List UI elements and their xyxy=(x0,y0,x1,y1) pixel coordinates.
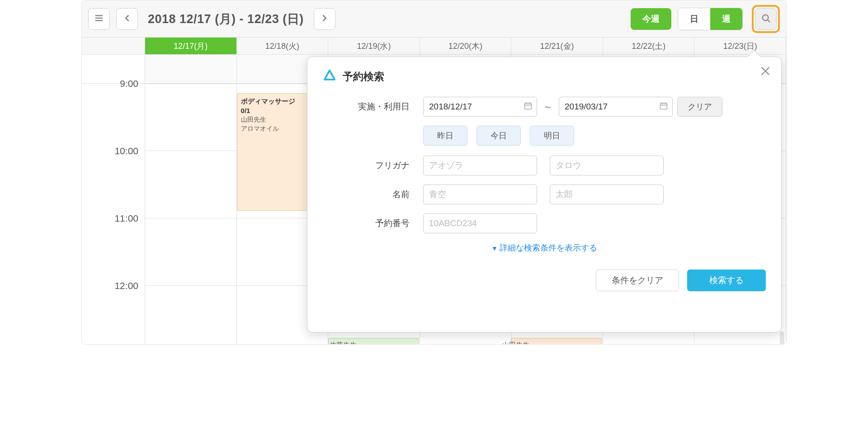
popup-title: 予約検索 xyxy=(343,70,384,84)
label-name: 名前 xyxy=(323,189,423,200)
time-label: 11:00 xyxy=(82,213,145,280)
logo-icon xyxy=(323,69,336,84)
next-week-button[interactable] xyxy=(314,8,335,30)
day-header[interactable]: 12/18(火) xyxy=(237,38,329,55)
day-header[interactable]: 12/20(木) xyxy=(420,38,512,55)
svg-line-4 xyxy=(768,20,769,22)
day-header[interactable]: 12/21(金) xyxy=(511,38,603,55)
view-day-button[interactable]: 日 xyxy=(678,8,710,30)
popup-header: 予約検索 xyxy=(323,69,766,84)
furigana-first-input[interactable] xyxy=(550,156,664,175)
triangle-down-icon: ▼ xyxy=(491,245,498,252)
this-week-button[interactable]: 今週 xyxy=(631,8,671,30)
popup-close-button[interactable] xyxy=(760,65,771,79)
label-date: 実施・利用日 xyxy=(323,101,423,113)
view-toggle: 日 週 xyxy=(678,8,743,30)
hamburger-icon xyxy=(94,13,104,25)
yesterday-button[interactable]: 昨日 xyxy=(423,126,467,146)
label-booking-no: 予約番号 xyxy=(323,218,423,229)
search-button[interactable] xyxy=(755,8,777,30)
name-first-input[interactable] xyxy=(550,185,664,204)
day-header[interactable]: 12/23(日) xyxy=(694,38,786,55)
staff-label: 佐藤先生 xyxy=(330,341,357,345)
day-header[interactable]: 12/19(水) xyxy=(328,38,420,55)
label-furigana: フリガナ xyxy=(323,160,423,171)
header-time-col xyxy=(82,38,145,55)
tomorrow-button[interactable]: 明日 xyxy=(530,126,574,146)
prev-week-button[interactable] xyxy=(116,8,138,30)
scrollbar[interactable] xyxy=(780,331,784,345)
date-range-title: 2018 12/17 (月) - 12/23 (日) xyxy=(148,11,304,27)
calendar-cell[interactable] xyxy=(145,286,237,345)
day-header[interactable]: 12/17(月) xyxy=(145,38,237,55)
search-icon xyxy=(761,13,771,25)
calendar-cell[interactable] xyxy=(145,151,237,218)
day-header[interactable]: 12/22(土) xyxy=(603,38,695,55)
time-label: 10:00 xyxy=(82,146,145,213)
view-week-button[interactable]: 週 xyxy=(710,8,742,30)
name-last-input[interactable] xyxy=(423,185,537,204)
date-from-input[interactable] xyxy=(423,97,537,117)
search-submit-button[interactable]: 検索する xyxy=(687,270,766,291)
search-button-highlight xyxy=(752,5,780,33)
calendar-cell[interactable] xyxy=(145,84,237,151)
date-to-input[interactable] xyxy=(559,97,673,117)
calendar-cell[interactable] xyxy=(145,55,237,84)
toolbar: 2018 12/17 (月) - 12/23 (日) 今週 日 週 xyxy=(82,0,786,38)
close-icon xyxy=(760,71,771,78)
time-label: 9:00 xyxy=(82,78,145,146)
search-popup: 予約検索 実施・利用日 ～ クリア xyxy=(307,57,782,332)
chevron-right-icon xyxy=(320,13,330,25)
time-label: 12:00 xyxy=(82,280,145,345)
staff-label: 山田先生 xyxy=(502,341,529,345)
advanced-link-text: 詳細な検索条件を表示する xyxy=(500,243,597,252)
furigana-last-input[interactable] xyxy=(423,156,537,175)
clear-all-button[interactable]: 条件をクリア xyxy=(596,270,679,291)
chevron-left-icon xyxy=(122,13,132,25)
clear-date-button[interactable]: クリア xyxy=(677,97,722,117)
app-window: 2018 12/17 (月) - 12/23 (日) 今週 日 週 12/17(… xyxy=(81,0,787,345)
tilde: ～ xyxy=(542,101,554,113)
booking-no-input[interactable] xyxy=(423,213,537,233)
day-header-row: 12/17(月) 12/18(火) 12/19(水) 12/20(木) 12/2… xyxy=(82,38,786,55)
advanced-search-link[interactable]: ▼詳細な検索条件を表示する xyxy=(491,243,597,252)
calendar-cell[interactable] xyxy=(145,218,237,286)
menu-button[interactable] xyxy=(88,8,110,30)
today-button[interactable]: 今日 xyxy=(476,126,521,146)
